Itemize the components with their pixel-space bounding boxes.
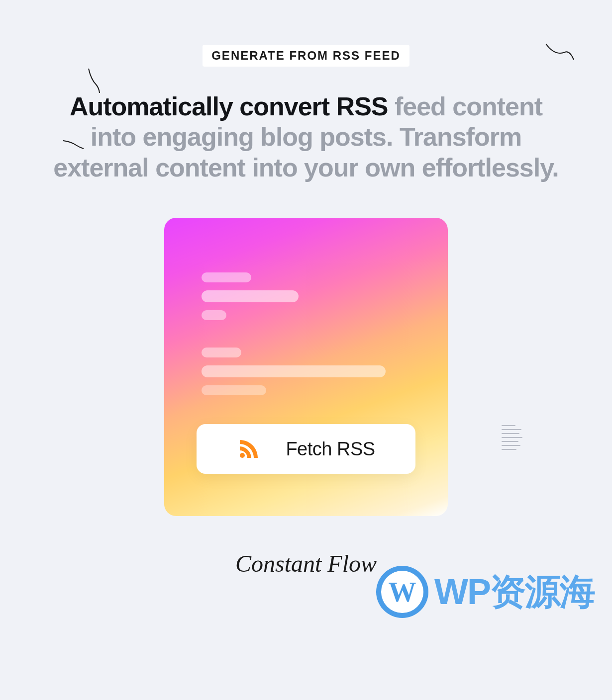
rss-icon [237, 437, 261, 461]
watermark-text: WP资源海 [434, 568, 595, 616]
headline-emphasis: Automatically convert RSS [70, 92, 388, 121]
placeholder-line [202, 272, 251, 282]
decoration-paper [502, 425, 523, 453]
decoration-squiggle [545, 42, 575, 61]
watermark: W WP资源海 [376, 566, 595, 618]
placeholder-line [202, 385, 266, 395]
page-headline: Automatically convert RSS feed content i… [0, 91, 612, 183]
section-badge: GENERATE FROM RSS FEED [203, 45, 409, 67]
fetch-rss-button[interactable]: Fetch RSS [197, 424, 415, 474]
decoration-squiggle [62, 139, 85, 150]
placeholder-line [202, 348, 241, 357]
placeholder-line [202, 365, 386, 377]
placeholder-line [202, 290, 299, 302]
wordpress-logo-icon: W [376, 566, 428, 618]
svg-point-0 [240, 453, 245, 458]
placeholder-line [202, 310, 226, 320]
content-placeholder-group [202, 272, 410, 320]
decoration-squiggle [87, 67, 101, 94]
fetch-rss-label: Fetch RSS [286, 438, 375, 460]
content-placeholder-group [202, 348, 410, 395]
feature-card: Fetch RSS [164, 218, 448, 516]
